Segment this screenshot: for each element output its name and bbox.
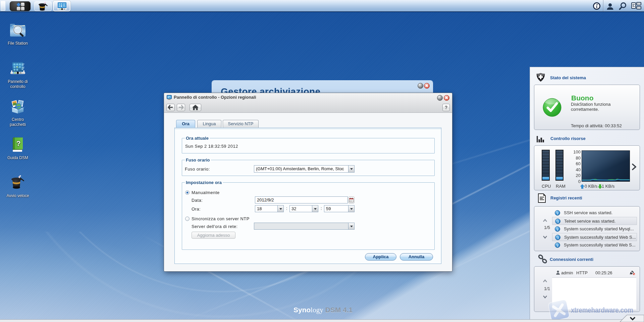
svg-text:?: ? [16, 139, 20, 148]
